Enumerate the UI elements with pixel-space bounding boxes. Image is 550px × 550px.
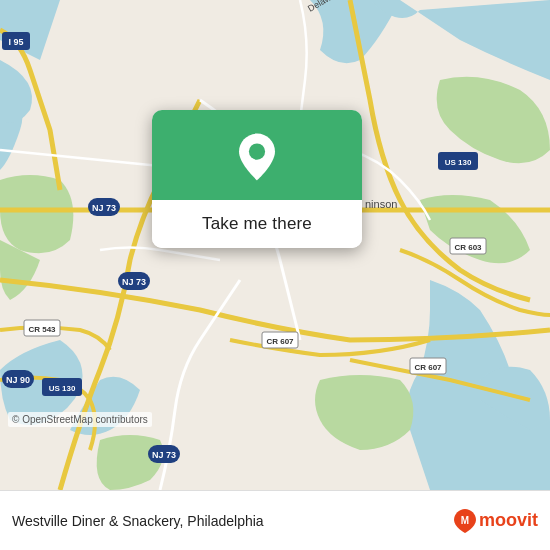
location-pin-icon xyxy=(230,130,284,184)
svg-text:US 130: US 130 xyxy=(445,158,472,167)
popup-card: Take me there xyxy=(152,110,362,248)
svg-text:I 95: I 95 xyxy=(8,37,23,47)
svg-text:CR 607: CR 607 xyxy=(266,337,294,346)
svg-text:CR 603: CR 603 xyxy=(454,243,482,252)
moovit-logo: M moovit xyxy=(451,507,538,535)
moovit-text: moovit xyxy=(479,510,538,531)
svg-text:US 130: US 130 xyxy=(49,384,76,393)
osm-credit: © OpenStreetMap contributors xyxy=(8,412,152,427)
popup-green-area xyxy=(152,110,362,200)
moovit-icon: M xyxy=(451,507,479,535)
take-me-there-button[interactable]: Take me there xyxy=(152,200,362,248)
svg-text:NJ 73: NJ 73 xyxy=(122,277,146,287)
svg-text:CR 607: CR 607 xyxy=(414,363,442,372)
bottom-bar: Westville Diner & Snackery, Philadelphia… xyxy=(0,490,550,550)
map-area[interactable]: I 95 NJ 73 NJ 73 NJ 73 US 130 US 130 CR … xyxy=(0,0,550,490)
svg-text:NJ 73: NJ 73 xyxy=(152,450,176,460)
svg-text:NJ 90: NJ 90 xyxy=(6,375,30,385)
svg-point-26 xyxy=(249,144,265,160)
svg-text:CR 543: CR 543 xyxy=(28,325,56,334)
svg-text:ninson: ninson xyxy=(365,198,397,210)
svg-text:M: M xyxy=(461,515,469,526)
svg-text:NJ 73: NJ 73 xyxy=(92,203,116,213)
place-name: Westville Diner & Snackery, Philadelphia xyxy=(12,513,264,529)
